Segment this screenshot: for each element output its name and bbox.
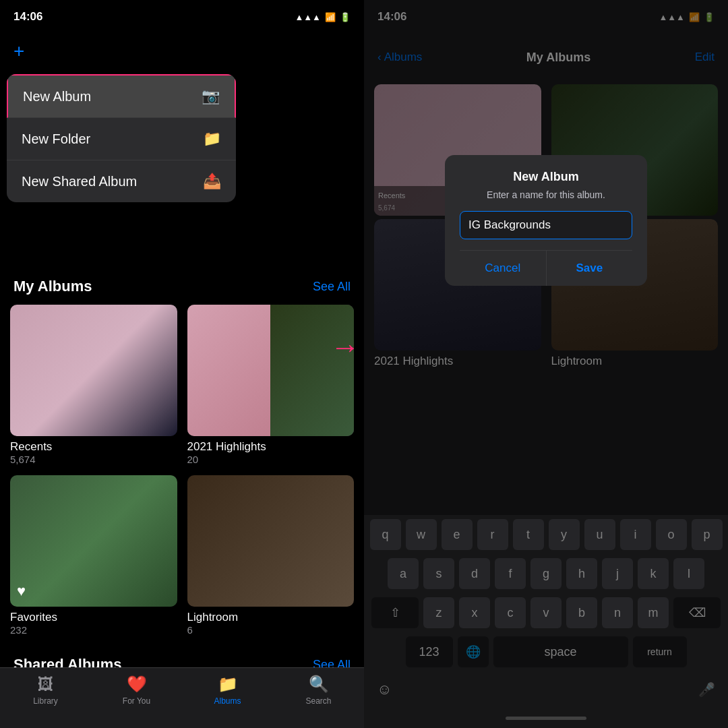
my-albums-title: My Albums bbox=[13, 278, 92, 295]
dialog-title: New Album bbox=[460, 170, 632, 184]
album-thumb-recents bbox=[10, 305, 177, 436]
status-icons-left: ▲▲▲ 📶 🔋 bbox=[295, 12, 351, 22]
tab-search[interactable]: 🔍 Search bbox=[273, 675, 364, 706]
new-album-label: New Album bbox=[23, 89, 91, 104]
new-folder-item[interactable]: New Folder 📁 bbox=[7, 118, 236, 160]
album-name-highlights: 2021 Highlights bbox=[187, 440, 355, 454]
new-album-dialog: New Album Enter a name for this album. C… bbox=[445, 155, 647, 286]
new-shared-album-label: New Shared Album bbox=[22, 174, 137, 189]
new-album-icon: 📷 bbox=[202, 88, 220, 105]
album-count-recents: 5,674 bbox=[10, 454, 177, 465]
wifi-icon: 📶 bbox=[325, 12, 336, 22]
album-count-highlights: 20 bbox=[187, 454, 355, 465]
tab-bar-left: 🖼 Library ❤️ For You 📁 Albums 🔍 Search bbox=[0, 667, 364, 728]
albums-section: My Albums See All Recents 5,674 bbox=[0, 278, 364, 636]
time-left: 14:06 bbox=[13, 10, 42, 24]
album-lightroom[interactable]: Lightroom 6 bbox=[187, 475, 355, 636]
album-name-lightroom: Lightroom bbox=[187, 611, 355, 624]
search-label: Search bbox=[305, 696, 331, 706]
library-icon: 🖼 bbox=[38, 675, 54, 694]
album-recents[interactable]: Recents 5,674 bbox=[10, 305, 177, 465]
tab-albums[interactable]: 📁 Albums bbox=[182, 675, 273, 706]
new-album-item[interactable]: New Album 📷 bbox=[7, 74, 236, 118]
album-count-lightroom: 6 bbox=[187, 624, 355, 636]
dropdown-menu: New Album 📷 New Folder 📁 New Shared Albu… bbox=[7, 74, 236, 202]
heart-icon: ♥ bbox=[17, 582, 26, 600]
album-name-input[interactable] bbox=[460, 211, 632, 239]
album-count-favorites: 232 bbox=[10, 624, 177, 636]
library-label: Library bbox=[33, 696, 58, 706]
for-you-icon: ❤️ bbox=[127, 675, 147, 694]
albums-label: Albums bbox=[214, 696, 241, 706]
dialog-overlay: New Album Enter a name for this album. C… bbox=[364, 0, 728, 728]
cancel-button[interactable]: Cancel bbox=[460, 251, 547, 286]
save-button[interactable]: Save bbox=[547, 251, 633, 286]
tab-for-you[interactable]: ❤️ For You bbox=[91, 675, 182, 706]
new-shared-album-item[interactable]: New Shared Album 📤 bbox=[7, 160, 236, 202]
album-name-recents: Recents bbox=[10, 440, 177, 454]
for-you-label: For You bbox=[123, 696, 150, 706]
albums-grid: Recents 5,674 2021 Highlights 20 bbox=[10, 305, 354, 636]
right-panel: 14:06 ▲▲▲ 📶 🔋 ‹ Albums My Albums Edit Re… bbox=[364, 0, 728, 728]
album-thumb-highlights bbox=[187, 305, 355, 436]
battery-icon: 🔋 bbox=[340, 12, 351, 22]
new-folder-icon: 📁 bbox=[203, 130, 221, 148]
album-thumb-lightroom bbox=[187, 475, 355, 607]
status-bar-left: 14:06 ▲▲▲ 📶 🔋 bbox=[0, 0, 364, 34]
dialog-subtitle: Enter a name for this album. bbox=[460, 189, 632, 200]
plus-button[interactable]: + bbox=[0, 34, 364, 69]
tab-library[interactable]: 🖼 Library bbox=[0, 675, 91, 706]
album-favorites[interactable]: ♥ Favorites 232 bbox=[10, 475, 177, 636]
new-shared-album-icon: 📤 bbox=[203, 173, 221, 190]
album-thumb-favorites: ♥ bbox=[10, 475, 177, 607]
new-folder-label: New Folder bbox=[22, 131, 90, 147]
album-name-favorites: Favorites bbox=[10, 611, 177, 624]
my-albums-header: My Albums See All bbox=[10, 278, 354, 295]
dialog-buttons: Cancel Save bbox=[460, 250, 632, 286]
see-all-button[interactable]: See All bbox=[313, 280, 351, 294]
left-panel: 14:06 ▲▲▲ 📶 🔋 + New Album 📷 New Folder 📁… bbox=[0, 0, 364, 728]
album-highlights[interactable]: 2021 Highlights 20 bbox=[187, 305, 355, 465]
search-icon: 🔍 bbox=[309, 675, 329, 694]
albums-icon: 📁 bbox=[218, 675, 238, 694]
signal-icon: ▲▲▲ bbox=[295, 12, 321, 22]
